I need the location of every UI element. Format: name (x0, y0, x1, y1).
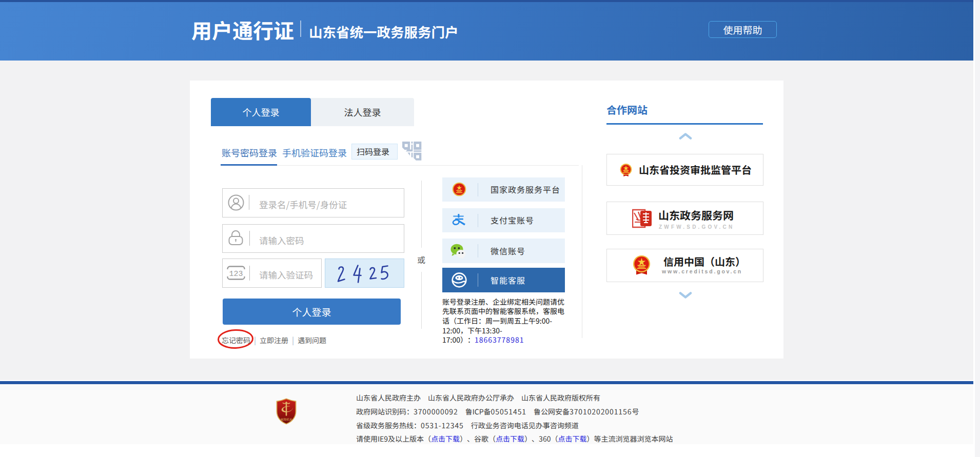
svg-text:123: 123 (229, 270, 243, 279)
svg-text:党政机关: 党政机关 (280, 417, 292, 422)
